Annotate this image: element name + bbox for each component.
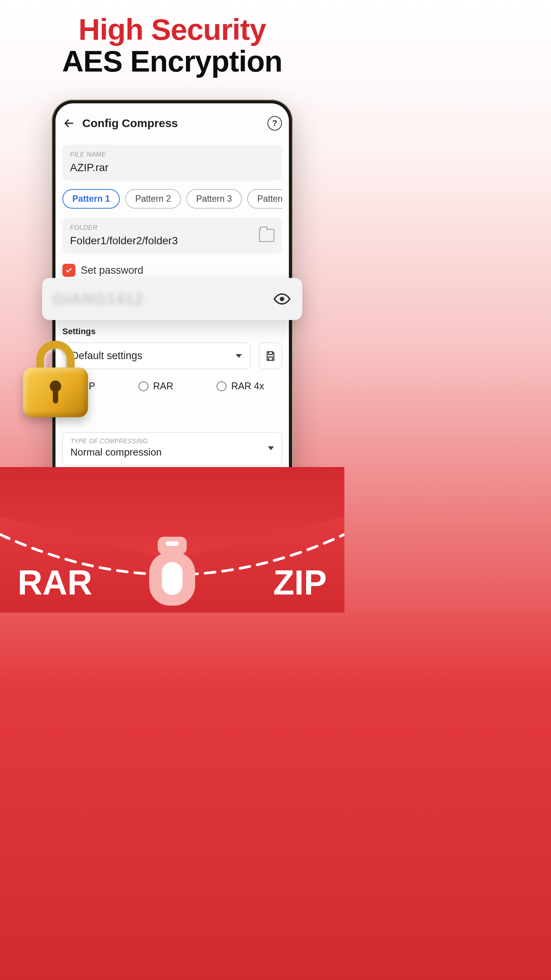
help-icon[interactable]: ? — [267, 116, 282, 131]
compress-type-value: Normal compression — [70, 446, 268, 458]
format-radio-group: ZIP RAR RAR 4x — [62, 381, 282, 392]
advanced-partial-text: ce — [62, 403, 282, 414]
folder-field[interactable]: FOLDER Folder1/folder2/folder3 — [62, 218, 282, 254]
format-rar4x[interactable]: RAR 4x — [217, 381, 264, 392]
compress-type-label: TYPE OF COMPRESSING — [70, 438, 268, 445]
filename-label: FILE NAME — [70, 151, 274, 158]
pattern-chip-3[interactable]: Pattern 3 — [186, 189, 242, 209]
folder-label: FOLDER — [70, 224, 259, 232]
settings-title: Settings — [62, 327, 282, 336]
pattern-chip-1[interactable]: Pattern 1 — [62, 189, 120, 209]
password-masked-value: GIANG1412 — [53, 291, 272, 308]
hero: High Security AES Encryption — [0, 0, 344, 79]
chevron-down-icon — [236, 354, 242, 358]
footer-text-zip: ZIP — [273, 563, 327, 603]
format-rar4x-label: RAR 4x — [231, 381, 264, 392]
zipper-pull-icon — [149, 537, 195, 606]
format-rar[interactable]: RAR — [139, 381, 173, 392]
pattern-chip-4[interactable]: Pattern 33 — [247, 189, 282, 209]
filename-field[interactable]: FILE NAME AZIP.rar — [62, 145, 282, 181]
footer: RAR ZIP — [0, 513, 344, 612]
radio-icon — [139, 381, 148, 391]
set-password-label: Set password — [81, 265, 143, 276]
folder-icon[interactable] — [259, 229, 274, 242]
app-bar: Config Compress ? — [62, 113, 282, 134]
settings-select[interactable]: Default settings — [62, 343, 251, 369]
filename-value: AZIP.rar — [70, 162, 274, 174]
hero-title-line1: High Security — [0, 12, 344, 47]
set-password-row[interactable]: Set password — [62, 264, 282, 277]
toggle-visibility-button[interactable] — [272, 289, 292, 309]
padlock-icon — [23, 341, 88, 417]
chevron-down-icon — [268, 446, 274, 450]
set-password-checkbox[interactable] — [62, 264, 75, 277]
save-icon — [265, 350, 276, 362]
page-title: Config Compress — [82, 117, 261, 130]
folder-value: Folder1/folder2/folder3 — [70, 235, 259, 247]
eye-icon — [274, 291, 290, 307]
back-icon[interactable] — [62, 117, 75, 130]
svg-point-0 — [280, 297, 284, 301]
footer-text-rar: RAR — [18, 563, 92, 603]
settings-row: Default settings — [62, 343, 282, 369]
format-rar-label: RAR — [153, 381, 173, 392]
save-settings-button[interactable] — [259, 343, 282, 369]
hero-title-line2: AES Encryption — [0, 44, 344, 79]
password-input-card[interactable]: GIANG1412 — [42, 278, 302, 320]
compress-type-field[interactable]: TYPE OF COMPRESSING Normal compression — [62, 432, 282, 466]
radio-icon — [217, 381, 227, 391]
pattern-chips: Pattern 1 Pattern 2 Pattern 3 Pattern 33 — [62, 189, 282, 209]
pattern-chip-2[interactable]: Pattern 2 — [125, 189, 181, 209]
